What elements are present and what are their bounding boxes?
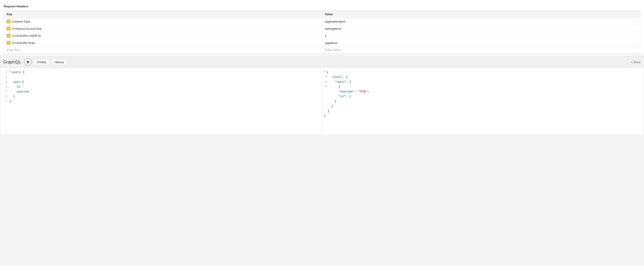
enter-key-placeholder: Enter Key xyxy=(7,48,20,52)
query-line-2: 2 xyxy=(0,75,322,80)
result-line-7: } xyxy=(322,99,644,104)
result-line-8: ] xyxy=(322,104,644,109)
table-row: X-HASURA-USER-ID 1 xyxy=(4,32,640,39)
query-line-1: 1 ▼ query { xyxy=(0,70,322,75)
query-line-5: 5 appname xyxy=(0,89,322,94)
enter-value-placeholder: Enter Value xyxy=(325,48,340,52)
query-line-4: 4 id xyxy=(0,85,322,89)
result-line-1: ▼ { xyxy=(322,70,644,75)
run-query-button[interactable] xyxy=(24,58,32,66)
section-title: Request Headers xyxy=(4,3,640,10)
result-pane: ▼ { ▼ "data": { ▼ "apps": [ ▼ { "appname… xyxy=(322,68,644,135)
query-line-3: 3 apps { xyxy=(0,80,322,85)
request-headers-section: Request Headers Key Value Content-Type a… xyxy=(0,0,644,53)
result-line-5: "appname": "问卷", xyxy=(322,89,644,94)
graphiql-toolbar: GraphiQL Prettify History < Docs xyxy=(0,56,644,68)
result-line-2: ▼ "data": { xyxy=(322,75,644,80)
result-line-3: ▼ "apps": [ xyxy=(322,80,644,85)
row-checkbox[interactable] xyxy=(7,34,10,37)
logo-ql: QL xyxy=(16,60,21,64)
row-checkbox[interactable] xyxy=(7,19,10,23)
value-cell: dalongdemo xyxy=(322,25,640,32)
value-cell: 1 xyxy=(322,32,640,39)
play-icon xyxy=(27,60,30,64)
value-column-header: Value xyxy=(322,10,640,18)
table-row: X-HASURA-Role appdemo xyxy=(4,39,640,46)
graphiql-editors: 1 ▼ query { 2 3 apps { 4 id 5 appname xyxy=(0,68,644,135)
result-line-10: } xyxy=(322,114,644,118)
key-value: X-Hasura-Access-Key xyxy=(12,27,42,30)
value-cell: application/json xyxy=(322,18,640,25)
row-checkbox[interactable] xyxy=(7,27,10,30)
key-column-header: Key xyxy=(4,10,322,18)
query-editor[interactable]: 1 ▼ query { 2 3 apps { 4 id 5 appname xyxy=(0,68,322,135)
graphiql-section: GraphiQL Prettify History < Docs 1 ▼ que… xyxy=(0,56,644,135)
result-line-6: "id": 1 xyxy=(322,94,644,99)
graphiql-logo: GraphiQL xyxy=(3,60,21,64)
result-line-4: ▼ { xyxy=(322,85,644,89)
table-row: Content-Type application/json xyxy=(4,18,640,25)
logo-graph: Graph xyxy=(3,60,14,64)
result-line-9: } xyxy=(322,109,644,114)
docs-toggle[interactable]: < Docs xyxy=(628,56,644,67)
key-value: X-HASURA-Role xyxy=(12,41,35,45)
new-header-row: Enter Key Enter Value xyxy=(4,46,640,53)
key-value: X-HASURA-USER-ID xyxy=(12,34,41,37)
prettify-button[interactable]: Prettify xyxy=(34,59,49,65)
query-line-6: 6 } xyxy=(0,94,322,99)
history-button[interactable]: History xyxy=(52,59,67,65)
row-checkbox[interactable] xyxy=(7,41,10,45)
key-value: Content-Type xyxy=(12,20,30,23)
value-cell: appdemo xyxy=(322,39,640,46)
table-row: X-Hasura-Access-Key dalongdemo xyxy=(4,25,640,32)
headers-table: Key Value Content-Type application/json … xyxy=(4,10,640,53)
query-line-7: 7 } xyxy=(0,99,322,104)
